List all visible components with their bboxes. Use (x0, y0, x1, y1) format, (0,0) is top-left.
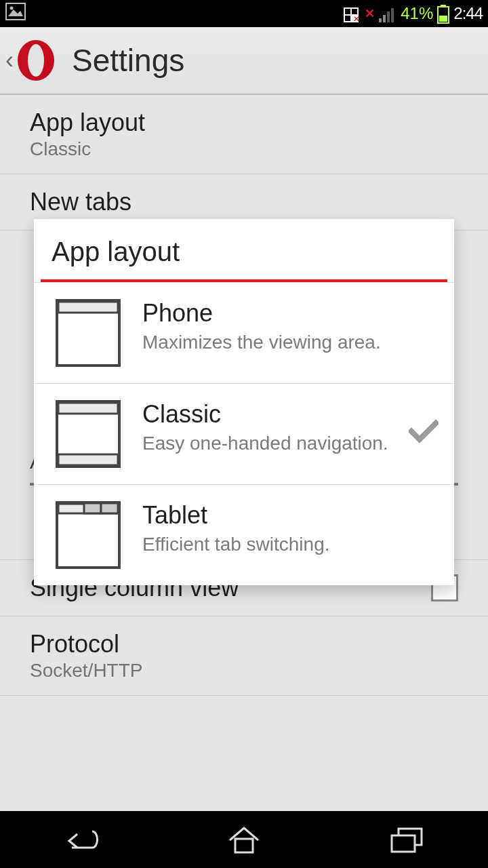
phone-layout-icon (54, 299, 122, 367)
battery-percent: 41% (401, 4, 433, 23)
svg-marker-1 (8, 9, 23, 16)
svg-rect-8 (379, 18, 382, 22)
tablet-layout-icon (54, 501, 122, 569)
layout-option-classic[interactable]: Classic Easy one-handed navigation. (34, 383, 454, 484)
dialog-title: App layout (34, 219, 454, 279)
svg-rect-5 (352, 9, 357, 14)
setting-value: Socket/HTTP (30, 660, 142, 682)
option-title: Classic (142, 400, 407, 429)
option-desc: Easy one-handed navigation. (142, 431, 407, 455)
svg-point-2 (10, 7, 14, 10)
setting-value: Classic (30, 138, 145, 160)
svg-rect-6 (345, 16, 350, 21)
setting-protocol[interactable]: Protocol Socket/HTTP (0, 616, 488, 696)
svg-rect-20 (58, 403, 118, 414)
back-button[interactable] (44, 819, 119, 860)
svg-rect-11 (391, 8, 394, 22)
setting-title: App layout (30, 108, 145, 137)
setting-title: Protocol (30, 630, 142, 658)
svg-rect-21 (58, 454, 118, 465)
setting-app-layout[interactable]: App layout Classic (0, 95, 488, 174)
layout-option-tablet[interactable]: Tablet Efficient tab switching. (34, 484, 454, 585)
option-desc: Maximizes the viewing area. (142, 330, 407, 354)
checkmark-icon (407, 419, 441, 443)
signal-icon (379, 4, 396, 23)
svg-rect-4 (345, 9, 350, 14)
svg-rect-18 (58, 302, 118, 313)
option-title: Phone (142, 299, 407, 328)
svg-point-16 (28, 44, 44, 77)
option-title: Tablet (142, 501, 407, 530)
opera-logo-icon[interactable] (16, 39, 56, 81)
page-title: Settings (72, 42, 184, 79)
svg-text:✕: ✕ (353, 14, 360, 23)
battery-icon (437, 3, 449, 24)
layout-option-phone[interactable]: Phone Maximizes the viewing area. (34, 282, 454, 383)
svg-rect-14 (439, 16, 447, 22)
recent-apps-button[interactable] (369, 819, 444, 860)
system-navbar (0, 811, 488, 868)
clock: 2:44 (453, 4, 483, 23)
svg-rect-9 (383, 15, 386, 22)
classic-layout-icon (54, 400, 122, 468)
svg-rect-26 (235, 839, 253, 852)
home-button[interactable] (207, 819, 281, 860)
svg-rect-28 (392, 835, 415, 852)
data-icon: ✕ (343, 4, 361, 23)
svg-rect-24 (84, 503, 101, 513)
back-chevron-icon[interactable]: ‹ (5, 46, 14, 75)
svg-rect-10 (387, 12, 390, 22)
no-signal-icon: ✕ (365, 6, 375, 21)
app-layout-dialog: App layout Phone Maximizes the viewing a… (34, 219, 454, 585)
setting-title: New tabs (30, 188, 131, 216)
picture-icon (5, 3, 26, 24)
app-header: ‹ Settings (0, 27, 488, 95)
statusbar: ✕ ✕ 41% 2:44 (0, 0, 488, 27)
option-desc: Efficient tab switching. (142, 532, 407, 556)
svg-rect-25 (101, 503, 118, 513)
